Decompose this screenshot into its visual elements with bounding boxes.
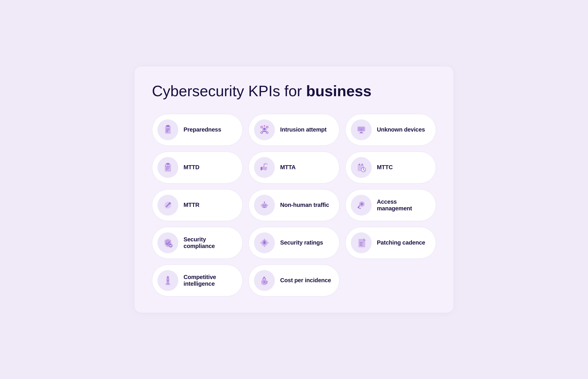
- thumbs-up-icon: [254, 157, 275, 178]
- svg-rect-15: [360, 132, 363, 133]
- monitor-question-icon: ?: [351, 119, 372, 140]
- key-icon: [351, 195, 372, 216]
- kpi-item-security-ratings: Security ratings: [248, 227, 339, 259]
- svg-point-68: [166, 280, 169, 282]
- svg-rect-52: [358, 207, 359, 208]
- money-bag-icon: $: [254, 270, 275, 291]
- svg-rect-19: [166, 163, 169, 165]
- kpi-item-mtta: MTTA: [248, 152, 339, 183]
- kpi-label-mttr: MTTR: [184, 202, 199, 208]
- svg-point-6: [264, 128, 266, 130]
- kpi-label-intrusion-attempt: Intrusion attempt: [280, 126, 326, 133]
- svg-point-38: [169, 202, 171, 204]
- svg-rect-44: [264, 207, 266, 208]
- svg-rect-30: [359, 164, 360, 165]
- mttd-icon: MTTD: [157, 157, 178, 178]
- kpi-item-mttd: MTTD MTTD: [152, 152, 243, 183]
- kpi-item-patching-cadence: Patching cadence: [345, 227, 436, 259]
- svg-rect-8: [266, 126, 268, 128]
- kpi-label-patching-cadence: Patching cadence: [377, 239, 425, 246]
- kpi-label-competitive-intelligence: Competitive intelligence: [184, 274, 234, 287]
- svg-rect-72: [266, 281, 268, 282]
- kpi-label-mttd: MTTD: [184, 164, 199, 171]
- svg-rect-31: [362, 164, 363, 165]
- svg-point-42: [263, 205, 264, 206]
- svg-rect-47: [261, 205, 262, 206]
- svg-point-26: [264, 163, 265, 165]
- svg-point-67: [167, 276, 169, 278]
- svg-point-27: [265, 163, 267, 164]
- kpi-label-security-ratings: Security ratings: [280, 239, 323, 246]
- svg-rect-62: [360, 242, 363, 243]
- svg-point-51: [361, 203, 363, 205]
- svg-rect-21: [166, 168, 169, 169]
- svg-rect-3: [166, 130, 169, 131]
- svg-point-28: [267, 164, 268, 165]
- kpi-item-non-human-traffic: Non-human traffic: [248, 189, 339, 221]
- shield-check-icon: [157, 232, 178, 253]
- svg-rect-73: [266, 282, 268, 283]
- svg-rect-16: [359, 133, 363, 133]
- wrench-icon: [157, 195, 178, 216]
- kpi-label-unknown-devices: Unknown devices: [377, 126, 425, 133]
- kpi-label-cost-per-incidence: Cost per incidence: [280, 277, 331, 284]
- svg-rect-2: [166, 129, 170, 129]
- svg-rect-74: [266, 283, 268, 284]
- svg-rect-63: [360, 244, 362, 244]
- kpi-item-access-management: Access management: [345, 189, 436, 221]
- document-patch-icon: [351, 232, 372, 253]
- kpi-grid: Preparedness Intrusion attempt ? Unknown…: [152, 114, 436, 296]
- kpi-item-mttr: MTTR: [152, 189, 243, 221]
- kpi-item-competitive-intelligence: Competitive intelligence: [152, 265, 243, 296]
- svg-point-70: [264, 276, 265, 278]
- kpi-label-mtta: MTTA: [280, 164, 295, 171]
- kpi-label-preparedness: Preparedness: [184, 126, 221, 133]
- clock-icon: [351, 157, 372, 178]
- robot-icon: [254, 195, 275, 216]
- kpi-last-row: Competitive intelligence $ Cost per inci…: [152, 265, 340, 296]
- svg-rect-7: [261, 126, 263, 128]
- kpi-item-security-compliance: Security compliance: [152, 227, 243, 259]
- svg-point-37: [165, 207, 166, 208]
- svg-rect-59: [264, 246, 265, 247]
- svg-point-46: [264, 201, 265, 203]
- kpi-label-access-management: Access management: [377, 198, 428, 212]
- svg-point-43: [265, 205, 266, 206]
- svg-text:?: ?: [360, 129, 362, 132]
- kpi-item-preparedness: Preparedness: [152, 114, 243, 146]
- svg-rect-60: [260, 242, 262, 243]
- page-title: Cybersecurity KPIs for business: [152, 83, 436, 100]
- svg-rect-22: [166, 169, 168, 170]
- svg-rect-1: [166, 125, 169, 127]
- svg-rect-25: [261, 167, 262, 170]
- kpi-item-mttc: MTTC: [345, 152, 436, 183]
- svg-rect-58: [264, 239, 265, 240]
- svg-text:MTTD: MTTD: [165, 165, 168, 167]
- kpi-label-mttc: MTTC: [377, 164, 393, 171]
- main-card: Cybersecurity KPIs for business Prepared…: [135, 66, 453, 313]
- kpi-item-cost-per-incidence: $ Cost per incidence: [248, 265, 339, 296]
- svg-text:$: $: [263, 280, 265, 284]
- svg-rect-10: [266, 132, 268, 134]
- kpi-item-unknown-devices: ? Unknown devices: [345, 114, 436, 146]
- kpi-label-security-compliance: Security compliance: [184, 236, 234, 249]
- chess-icon: [157, 270, 178, 291]
- svg-rect-4: [166, 132, 168, 132]
- kpi-label-non-human-traffic: Non-human traffic: [280, 202, 329, 208]
- svg-rect-48: [267, 205, 268, 206]
- star-gear-icon: [254, 232, 275, 253]
- svg-rect-0: [165, 126, 171, 134]
- svg-rect-66: [166, 283, 169, 284]
- kpi-item-intrusion-attempt: Intrusion attempt: [248, 114, 339, 146]
- svg-rect-61: [268, 242, 269, 243]
- intrusion-icon: [254, 119, 275, 140]
- svg-rect-53: [359, 208, 361, 209]
- svg-rect-64: [360, 245, 362, 245]
- clipboard-icon: [157, 119, 178, 140]
- svg-rect-9: [261, 132, 263, 134]
